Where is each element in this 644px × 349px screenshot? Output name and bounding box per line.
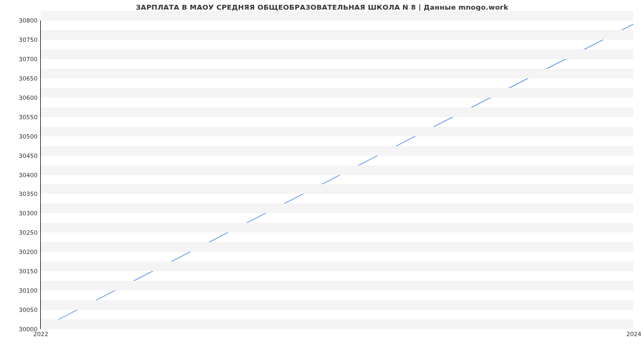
grid-band: [41, 281, 633, 290]
y-tick-label: 30250: [19, 229, 38, 236]
chart-container: ЗАРПЛАТА В МАОУ СРЕДНЯЯ ОБЩЕОБРАЗОВАТЕЛЬ…: [0, 0, 644, 349]
y-tick-label: 30800: [19, 17, 38, 24]
y-tick-label: 30600: [19, 94, 38, 101]
grid-band: [41, 242, 633, 252]
x-tick-label: 2024: [626, 331, 641, 338]
y-tick-label: 30450: [19, 152, 38, 159]
grid-band: [41, 49, 633, 59]
y-tick-label: 30750: [19, 36, 38, 43]
plot-area: 3000030050301003015030200302503030030350…: [40, 20, 633, 329]
y-tick-label: 30550: [19, 113, 38, 120]
y-tick-label: 30200: [19, 249, 38, 256]
grid-band: [41, 300, 633, 310]
y-tick-label: 30650: [19, 75, 38, 82]
y-tick-label: 30500: [19, 133, 38, 140]
grid-band: [41, 184, 633, 194]
chart-title: ЗАРПЛАТА В МАОУ СРЕДНЯЯ ОБЩЕОБРАЗОВАТЕЛЬ…: [0, 3, 644, 11]
y-tick-label: 30050: [19, 307, 38, 314]
grid-band: [41, 127, 633, 136]
grid-band: [41, 107, 633, 117]
grid-band: [41, 165, 633, 175]
grid-band: [41, 319, 633, 329]
grid-band: [41, 69, 633, 78]
y-tick-label: 30700: [19, 55, 38, 62]
y-tick-label: 30350: [19, 191, 38, 198]
y-tick-label: 30100: [19, 287, 38, 294]
y-tick-label: 30300: [19, 210, 38, 217]
grid-band: [41, 30, 633, 40]
grid-band: [41, 223, 633, 232]
grid-band: [41, 146, 633, 156]
y-tick-label: 30150: [19, 268, 38, 275]
y-tick-label: 30400: [19, 171, 38, 178]
grid-band: [41, 261, 633, 271]
x-tick-label: 2022: [33, 331, 48, 338]
grid-band: [41, 203, 633, 213]
grid-band: [41, 11, 633, 20]
grid-band: [41, 88, 633, 98]
